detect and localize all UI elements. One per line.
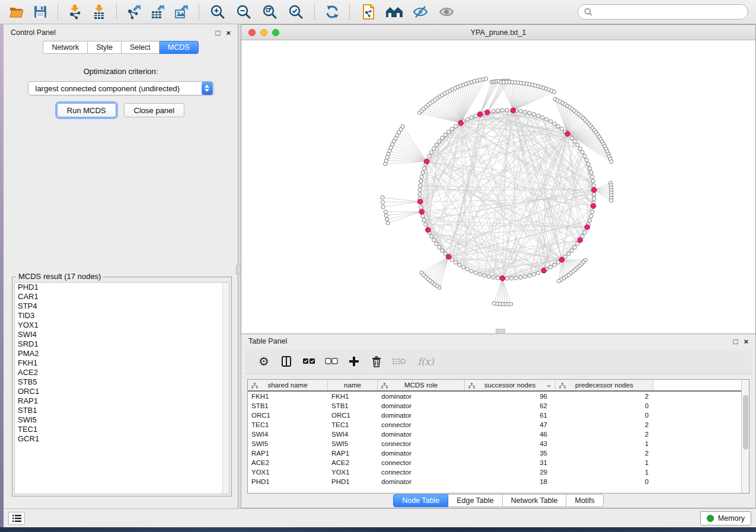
graph-node[interactable] — [447, 130, 451, 133]
graph-node[interactable] — [588, 166, 592, 170]
network-window-titlebar[interactable]: YPA_prune.txt_1 — [241, 25, 755, 40]
graph-hub-node[interactable] — [511, 108, 516, 113]
cell-predecessor-nodes[interactable]: 1 — [556, 469, 653, 476]
graph-node[interactable] — [578, 147, 582, 150]
cell-MCDS-role[interactable]: connector — [378, 459, 465, 466]
run-mcds-button[interactable]: Run MCDS — [57, 103, 116, 117]
cell-predecessor-nodes[interactable]: 2 — [556, 421, 653, 428]
graph-node[interactable] — [492, 110, 495, 113]
search-box[interactable] — [578, 4, 748, 20]
close-panel-icon[interactable]: × — [226, 29, 231, 37]
graph-node[interactable] — [420, 175, 423, 178]
mcds-result-item[interactable]: STB5 — [15, 377, 229, 387]
mcds-list-scrollbar[interactable] — [222, 283, 229, 493]
graph-node[interactable] — [570, 136, 573, 140]
tab-edge-table[interactable]: Edge Table — [448, 494, 502, 507]
optimization-criterion-select[interactable]: largest connected component (undirected) — [28, 81, 214, 95]
cell-MCDS-role[interactable]: dominator — [378, 412, 465, 419]
cell-predecessor-nodes[interactable]: 0 — [556, 412, 653, 419]
tab-select[interactable]: Select — [122, 41, 160, 54]
graph-hub-node[interactable] — [500, 276, 505, 281]
graph-node[interactable] — [435, 242, 438, 245]
show-all-button[interactable] — [438, 3, 455, 21]
graph-node[interactable] — [422, 219, 426, 222]
graph-node[interactable] — [454, 261, 458, 264]
table-settings-button[interactable]: ⚙ — [256, 353, 272, 370]
graph-node[interactable] — [592, 184, 595, 187]
cell-predecessor-nodes[interactable]: 1 — [556, 440, 653, 447]
cell-shared-name[interactable]: TEC1 — [248, 421, 328, 428]
cell-shared-name[interactable]: ORC1 — [248, 412, 328, 419]
cell-name[interactable]: SWI5 — [328, 440, 378, 447]
delete-table-button[interactable] — [391, 353, 407, 370]
graph-node[interactable] — [418, 193, 422, 196]
save-session-button[interactable] — [31, 3, 49, 21]
graph-node[interactable] — [487, 275, 490, 278]
cell-successor-nodes[interactable]: 31 — [465, 459, 556, 466]
graph-satellite-node[interactable] — [610, 160, 613, 164]
table-row[interactable]: RAP1RAP1dominator352 — [248, 448, 749, 458]
graph-node[interactable] — [419, 180, 423, 183]
open-session-button[interactable] — [8, 3, 25, 21]
graph-node[interactable] — [588, 219, 592, 222]
cell-predecessor-nodes[interactable]: 1 — [556, 459, 653, 466]
graph-satellite-node[interactable] — [384, 210, 387, 214]
cell-predecessor-nodes[interactable]: 0 — [556, 402, 653, 409]
graph-node[interactable] — [421, 171, 425, 174]
mcds-result-item[interactable]: SWI5 — [15, 415, 229, 425]
graph-node[interactable] — [532, 273, 535, 276]
show-home-button[interactable] — [385, 3, 403, 21]
table-scrollbar-thumb[interactable] — [743, 395, 748, 450]
graph-node[interactable] — [592, 197, 596, 200]
cell-MCDS-role[interactable]: connector — [378, 421, 465, 428]
graph-satellite-node[interactable] — [557, 279, 560, 283]
panel-menu-button[interactable] — [8, 512, 25, 525]
graph-hub-node[interactable] — [424, 159, 429, 164]
graph-node[interactable] — [461, 265, 465, 269]
cell-name[interactable]: ACE2 — [328, 459, 378, 466]
cell-name[interactable]: YOX1 — [328, 469, 378, 476]
graph-node[interactable] — [573, 140, 576, 143]
graph-node[interactable] — [583, 154, 586, 158]
graph-hub-node[interactable] — [565, 132, 570, 137]
graph-node[interactable] — [589, 214, 593, 218]
graph-hub-node[interactable] — [485, 110, 490, 115]
table-row[interactable]: STB1STB1dominator620 — [248, 401, 749, 411]
graph-satellite-node[interactable] — [381, 200, 384, 204]
deselect-all-button[interactable] — [323, 353, 340, 370]
cell-successor-nodes[interactable]: 29 — [465, 469, 556, 476]
table-row[interactable]: YOX1YOX1connector291 — [248, 467, 749, 477]
graph-node[interactable] — [537, 114, 540, 117]
graph-node[interactable] — [510, 277, 513, 280]
graph-node[interactable] — [553, 122, 556, 126]
graph-hub-node[interactable] — [477, 112, 483, 117]
graph-node[interactable] — [541, 116, 544, 119]
graph-node[interactable] — [479, 273, 482, 276]
cell-name[interactable]: FKH1 — [328, 393, 378, 400]
cell-name[interactable]: STB1 — [328, 402, 378, 409]
graph-node[interactable] — [441, 249, 444, 252]
table-row[interactable]: FKH1FKH1dominator962 — [248, 392, 749, 401]
graph-satellite-node[interactable] — [384, 214, 388, 217]
horizontal-splitter-grip[interactable] — [496, 329, 505, 334]
mcds-result-item[interactable]: PMA2 — [15, 349, 229, 358]
graph-node[interactable] — [532, 113, 535, 116]
table-row[interactable]: SWI4SWI4dominator462 — [248, 430, 749, 439]
cell-successor-nodes[interactable]: 18 — [465, 478, 556, 485]
graph-node[interactable] — [592, 193, 596, 196]
cell-shared-name[interactable]: STB1 — [248, 402, 328, 409]
graph-hub-node[interactable] — [591, 204, 596, 209]
cell-name[interactable]: ORC1 — [328, 412, 378, 419]
export-network-button[interactable] — [125, 3, 143, 21]
column-header-MCDS-role[interactable]: MCDS role — [378, 380, 465, 390]
graph-node[interactable] — [589, 171, 593, 174]
new-network-from-selection-button[interactable] — [359, 3, 377, 21]
graph-node[interactable] — [591, 210, 594, 213]
table-row[interactable]: ORC1ORC1dominator610 — [248, 411, 749, 420]
export-table-button[interactable] — [149, 3, 167, 21]
mcds-result-item[interactable]: ORC1 — [15, 387, 229, 396]
graph-node[interactable] — [576, 143, 579, 146]
cell-shared-name[interactable]: PHD1 — [248, 478, 328, 485]
zoom-fit-content-button[interactable] — [261, 3, 279, 21]
zoom-selected-button[interactable] — [287, 3, 305, 21]
